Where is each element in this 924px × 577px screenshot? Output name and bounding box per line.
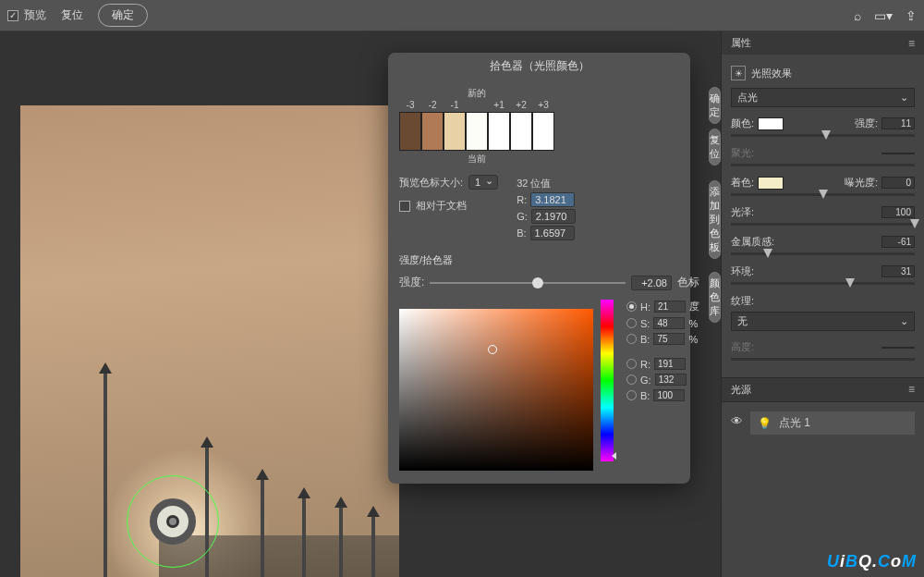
metallic-value[interactable]: -61 (881, 236, 915, 248)
preview-checkbox[interactable] (7, 10, 18, 21)
lights-section-title: 光源 (731, 383, 751, 397)
gloss-slider[interactable] (731, 223, 915, 226)
document-canvas[interactable] (20, 105, 399, 577)
r32-input[interactable]: 3.1821 (530, 192, 575, 207)
color-libraries-button[interactable]: 颜色库 (709, 272, 721, 323)
stop-swatch[interactable] (466, 112, 488, 151)
topbar-right: ⌕ ▭▾ ⇪ (854, 8, 917, 23)
new-label: 新的 (399, 87, 554, 100)
r-radio[interactable] (626, 359, 637, 369)
intensity-unit: 色标 (677, 275, 699, 290)
lights-menu-icon[interactable]: ≡ (908, 383, 915, 397)
b-label: B: (517, 227, 526, 239)
preview-swatch-select[interactable]: 1 (468, 175, 498, 190)
g-radio[interactable] (626, 374, 637, 385)
stop-swatch[interactable] (510, 112, 532, 151)
share-icon[interactable]: ⇪ (906, 8, 917, 23)
current-label: 当前 (399, 153, 554, 166)
workspace-icon[interactable]: ▭▾ (874, 8, 893, 23)
visibility-toggle[interactable]: 👁 (731, 414, 743, 428)
intensity-value[interactable]: +2.08 (631, 276, 672, 290)
stop-swatch[interactable] (399, 112, 421, 151)
panel-intensity-value[interactable]: 11 (881, 117, 915, 129)
r-input[interactable]: 191 (654, 358, 686, 370)
stop-label: -3 (399, 100, 421, 110)
dialog-ok-button[interactable]: 确定 (709, 87, 721, 124)
relative-to-doc-checkbox[interactable] (399, 201, 410, 212)
stop-swatch[interactable] (532, 112, 554, 151)
hue-slider-thumb[interactable] (612, 452, 616, 460)
scene-lamp (302, 498, 306, 577)
light-type-select[interactable]: 点光⌄ (731, 88, 915, 107)
g32-input[interactable]: 2.1970 (531, 209, 576, 224)
light-gizmo-center[interactable] (166, 515, 179, 528)
ambient-label: 环境: (731, 264, 754, 278)
dialog-reset-button[interactable]: 复位 (709, 129, 721, 166)
metallic-slider[interactable] (731, 252, 915, 255)
b2-input[interactable]: 100 (653, 389, 685, 401)
gloss-label: 光泽: (731, 205, 754, 219)
s-radio[interactable] (626, 318, 637, 328)
stop-swatch[interactable] (421, 112, 444, 151)
color-label: 颜色: (731, 117, 754, 130)
preview-label: 预览 (24, 7, 46, 23)
color-swatch[interactable] (758, 117, 784, 130)
reset-button[interactable]: 复位 (52, 4, 92, 27)
b-input[interactable]: 75 (653, 333, 685, 345)
color-picker-dialog: 拾色器（光照颜色） 新的 -3-2-1+1+2+3 当前 预览色标大小: 1 (388, 53, 690, 484)
effect-name: 光照效果 (751, 67, 792, 80)
metallic-label: 金属质感: (731, 235, 774, 249)
bit32-label: 32 位值 (517, 177, 576, 190)
watermark: UiBQ.CoM (827, 552, 917, 571)
r-label: R: (517, 194, 527, 205)
intensity-slider[interactable] (430, 282, 626, 284)
exposure-label: 曝光度: (845, 176, 878, 190)
spotlight-label: 聚光: (731, 146, 754, 160)
light-list-item[interactable]: 💡 点光 1 (750, 411, 915, 435)
scene-lamp (261, 480, 264, 577)
exposure-value[interactable]: 0 (881, 177, 915, 189)
intensity-label: 强度: (399, 275, 424, 290)
search-icon[interactable]: ⌕ (854, 8, 861, 23)
scene-lamp (339, 508, 343, 577)
spotlight-slider (731, 164, 915, 166)
chevron-down-icon: ⌄ (900, 92, 908, 104)
ambient-value[interactable]: 31 (881, 265, 915, 277)
light-item-label: 点光 1 (779, 415, 810, 431)
b32-input[interactable]: 1.6597 (530, 226, 575, 240)
b-radio[interactable] (626, 334, 637, 344)
gloss-value[interactable]: 100 (881, 206, 915, 218)
h-radio[interactable] (626, 301, 637, 312)
topbar-left: 预览 复位 确定 (7, 4, 148, 27)
intensity-slider[interactable] (731, 134, 915, 137)
ok-button[interactable]: 确定 (98, 4, 148, 27)
stops-labels: -3-2-1+1+2+3 (399, 100, 554, 110)
hue-slider[interactable] (601, 300, 614, 461)
stops-swatches (399, 112, 554, 151)
panel-menu-icon[interactable]: ≡ (908, 37, 915, 50)
stop-swatch[interactable] (444, 112, 466, 151)
panel-title: 属性 (731, 36, 751, 50)
g-input[interactable]: 132 (655, 374, 687, 386)
scene-lamp (371, 517, 375, 577)
chevron-down-icon: ⌄ (900, 315, 908, 327)
tint-label: 着色: (731, 176, 754, 190)
h-input[interactable]: 21 (654, 301, 686, 313)
exposure-slider[interactable] (731, 193, 915, 196)
stop-label: -1 (444, 100, 466, 110)
g-label: G: (517, 211, 528, 222)
stop-label: +1 (488, 100, 510, 110)
ambient-slider[interactable] (731, 282, 915, 285)
color-field-cursor[interactable] (488, 345, 497, 354)
tint-swatch[interactable] (758, 177, 784, 190)
s-input[interactable]: 48 (653, 317, 685, 329)
properties-panel: 属性 ≡ ☀ 光照效果 点光⌄ 颜色: 强度:11 聚光: 着色: 曝光度:0 … (721, 31, 924, 577)
height-label: 高度: (731, 340, 754, 354)
spotlight-value (881, 153, 915, 154)
stop-swatch[interactable] (488, 112, 510, 151)
b2-radio[interactable] (626, 390, 637, 400)
color-field[interactable] (399, 309, 593, 471)
add-to-swatches-button[interactable]: 添加到色板 (709, 180, 721, 259)
texture-select[interactable]: 无⌄ (731, 312, 915, 331)
light-bulb-icon: 💡 (758, 417, 772, 430)
